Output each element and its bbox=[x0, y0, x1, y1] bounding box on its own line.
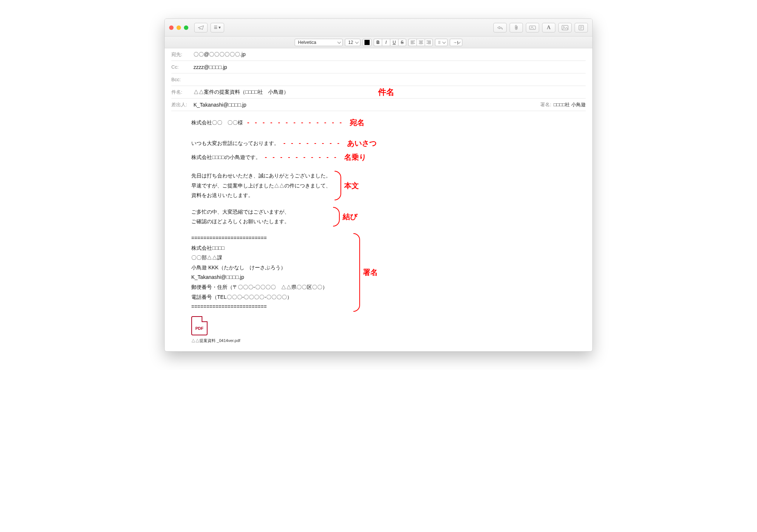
text-style-group: B I U S bbox=[374, 39, 406, 46]
body-main-1: 先日は打ち合わせいただき、誠にありがとうございました。 bbox=[191, 171, 331, 181]
attachment[interactable]: PDF △△提案資料 _0414ver.pdf bbox=[191, 316, 586, 345]
annotation-dash-icon: - - - - - - - - - - - - - bbox=[247, 118, 343, 128]
from-field[interactable]: K_Takanashi@□□□□.jp bbox=[193, 100, 540, 110]
body-main-2: 早速ですが、ご提案申し上げました△△の件につきまして、 bbox=[191, 181, 331, 191]
color-swatch-icon bbox=[364, 40, 370, 45]
bcc-field[interactable] bbox=[193, 77, 586, 82]
titlebar: ☰ ▾ A bbox=[165, 19, 592, 37]
annotation-closing: 結び bbox=[343, 210, 357, 224]
signature-label: 署名: bbox=[540, 101, 551, 108]
cc-label: Cc: bbox=[171, 64, 193, 70]
annotation-addressee: 宛名 bbox=[350, 115, 364, 129]
pdf-file-icon: PDF bbox=[191, 316, 208, 335]
align-group bbox=[408, 39, 433, 46]
bracket-icon bbox=[335, 171, 341, 200]
svg-point-21 bbox=[439, 42, 439, 43]
body-closing-1: ご多忙の中、大変恐縮ではございますが、 bbox=[191, 207, 290, 217]
photo-browser-button[interactable] bbox=[558, 23, 572, 32]
cc-row: Cc: zzzz@□□□□.jp bbox=[171, 61, 586, 73]
annotation-greeting: あいさつ bbox=[347, 136, 377, 150]
body-closing-2: ご確認のほどよろしくお願いいたします。 bbox=[191, 217, 290, 227]
sig-company: 株式会社□□□□ bbox=[191, 243, 225, 253]
font-size-value: 12 bbox=[348, 40, 353, 45]
pdf-badge: PDF bbox=[195, 325, 203, 332]
body-greeting: いつも大変お世話になっております。 bbox=[191, 138, 279, 148]
from-label: 差出人: bbox=[171, 101, 193, 108]
signature-value: □□□□社 小鳥遊 bbox=[554, 101, 586, 108]
align-right-button[interactable] bbox=[425, 39, 433, 46]
bcc-label: Bcc: bbox=[171, 77, 193, 82]
attach-button[interactable] bbox=[510, 23, 523, 32]
attachment-filename: △△提案資料 _0414ver.pdf bbox=[191, 337, 586, 345]
sig-sep-top: ========================= bbox=[191, 233, 267, 243]
close-window-button[interactable] bbox=[169, 25, 174, 30]
svg-point-19 bbox=[439, 41, 439, 42]
text-color-button[interactable] bbox=[363, 39, 371, 46]
emoji-button[interactable] bbox=[575, 23, 588, 32]
body-self-intro: 株式会社□□□□の小鳥遊です。 bbox=[191, 152, 261, 162]
bold-button[interactable]: B bbox=[374, 39, 382, 46]
bcc-row: Bcc: bbox=[171, 73, 586, 86]
format-toolbar: Helvetica 12 B I U S →| bbox=[165, 37, 592, 48]
align-left-button[interactable] bbox=[408, 39, 417, 46]
from-row: 差出人: K_Takanashi@□□□□.jp 署名: □□□□社 小鳥遊 bbox=[171, 99, 586, 111]
minimize-window-button[interactable] bbox=[177, 25, 181, 30]
body-main-3: 資料をお送りいたします。 bbox=[191, 190, 253, 200]
to-label: 宛先: bbox=[171, 51, 193, 58]
sig-sep-bottom: ========================= bbox=[191, 302, 267, 312]
bracket-icon bbox=[333, 207, 340, 227]
reply-button[interactable] bbox=[493, 23, 507, 32]
compose-window: ☰ ▾ A Helvetica 12 B I U S bbox=[164, 18, 593, 352]
annotation-body: 本文 bbox=[344, 179, 359, 193]
send-button[interactable] bbox=[194, 23, 208, 32]
sig-email: K_Takanashi@□□□□.jp bbox=[191, 272, 244, 282]
strike-button[interactable]: S bbox=[398, 39, 406, 46]
subject-row: 件名: △△案件の提案資料（□□□□社 小鳥遊） 件名 bbox=[171, 86, 586, 99]
zoom-window-button[interactable] bbox=[184, 25, 188, 30]
annotation-subject: 件名 bbox=[378, 87, 394, 98]
italic-button[interactable]: I bbox=[382, 39, 390, 46]
bracket-icon bbox=[353, 233, 360, 312]
font-size-select[interactable]: 12 bbox=[345, 39, 360, 46]
cc-field[interactable]: zzzz@□□□□.jp bbox=[193, 62, 586, 72]
sig-name: 小鳥遊 KKK（たかなし けーさぶろう） bbox=[191, 263, 286, 273]
annotation-signature: 署名 bbox=[363, 265, 378, 279]
align-center-button[interactable] bbox=[417, 39, 425, 46]
svg-point-2 bbox=[563, 26, 564, 27]
font-family-select[interactable]: Helvetica bbox=[295, 39, 343, 46]
header-menu-button[interactable]: ☰ ▾ bbox=[210, 23, 224, 32]
sig-address: 郵便番号・住所（〒〇〇〇-〇〇〇〇 △△県〇〇区〇〇） bbox=[191, 282, 328, 292]
signature-selector[interactable]: 署名: □□□□社 小鳥遊 bbox=[540, 101, 586, 108]
sig-tel: 電話番号（TEL〇〇〇-〇〇〇〇-〇〇〇〇） bbox=[191, 292, 292, 302]
annotation-self-intro: 名乗り bbox=[344, 150, 366, 164]
list-style-select[interactable] bbox=[435, 39, 448, 46]
header-fields: 宛先: 〇〇@〇〇〇〇〇〇.jp Cc: zzzz@□□□□.jp Bcc: 件… bbox=[165, 48, 592, 111]
body-addressee: 株式会社〇〇 〇〇様 bbox=[191, 118, 243, 128]
font-family-value: Helvetica bbox=[298, 40, 316, 45]
underline-button[interactable]: U bbox=[390, 39, 398, 46]
indent-select[interactable]: →| bbox=[450, 39, 462, 46]
subject-label: 件名: bbox=[171, 89, 193, 96]
to-field[interactable]: 〇〇@〇〇〇〇〇〇.jp bbox=[193, 49, 586, 60]
annotation-dash-icon: - - - - - - - - - - bbox=[264, 152, 338, 162]
format-button[interactable]: A bbox=[542, 23, 555, 32]
sig-dept: 〇〇部△△課 bbox=[191, 253, 222, 263]
message-body[interactable]: 株式会社〇〇 〇〇様 - - - - - - - - - - - - - 宛名 … bbox=[165, 111, 592, 351]
annotation-dash-icon: - - - - - - - - bbox=[283, 138, 340, 148]
markup-button[interactable] bbox=[526, 23, 539, 32]
svg-point-23 bbox=[439, 43, 439, 44]
traffic-lights bbox=[169, 25, 188, 30]
to-row: 宛先: 〇〇@〇〇〇〇〇〇.jp bbox=[171, 48, 586, 61]
